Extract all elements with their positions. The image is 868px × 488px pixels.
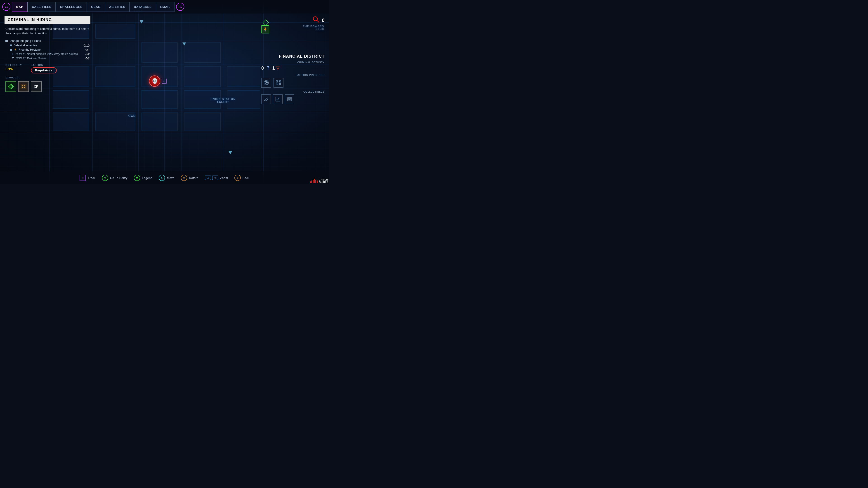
l1-trigger[interactable]: L1 xyxy=(2,3,10,11)
ca-exclaim: 1 ▽ xyxy=(272,66,279,71)
main-objective: Disrupt the gang's plans xyxy=(5,39,90,42)
ca-exclaim-icon: ▽ xyxy=(276,66,279,70)
track-label: Track xyxy=(88,176,96,180)
svg-rect-18 xyxy=(280,83,281,84)
faction-presence-icons xyxy=(261,78,324,88)
collectibles-icons xyxy=(261,94,324,104)
zoom-buttons: L2 R2 xyxy=(205,175,218,180)
difficulty-label: DIFFICULTY xyxy=(5,64,22,66)
tab-email-label: EMAIL xyxy=(160,5,170,8)
bar-4 xyxy=(314,179,315,183)
nav-marker-3 xyxy=(228,151,232,154)
bonus1-bullet xyxy=(12,53,14,55)
activity-panel: CRIMINAL IN HIDING Criminals are prepari… xyxy=(4,16,90,92)
right-stick-button: R xyxy=(181,175,187,181)
sub-objective-1: Defeat all enemies 0/10 xyxy=(10,44,90,47)
sub-objective-2: 🏃 Free the Hostage 0/1 xyxy=(10,48,90,52)
collectible-icon-1 xyxy=(261,94,271,104)
bonus2-bullet xyxy=(12,57,14,59)
union-station-label: UNION STATIONBELFRY xyxy=(211,98,236,103)
search-area: 0 xyxy=(261,16,324,25)
faction-badge: Regulators xyxy=(31,67,57,73)
tab-challenges[interactable]: CHALLENGES xyxy=(56,2,87,12)
action-back[interactable]: ⊙ Back xyxy=(235,175,250,181)
legend-button: ✱ xyxy=(134,175,140,181)
svg-line-8 xyxy=(317,20,319,22)
tab-database-label: DATABASE xyxy=(134,5,151,8)
tab-gear-label: GEAR xyxy=(91,5,101,8)
bonus2-count: 0/3 xyxy=(86,57,90,60)
action-legend[interactable]: ✱ Legend xyxy=(134,175,152,181)
tab-email[interactable]: EMAIL xyxy=(156,2,175,12)
left-stick-button: L xyxy=(159,175,165,181)
reward-xp-icon: XP xyxy=(31,81,41,92)
svg-point-24 xyxy=(289,99,290,100)
bar-5 xyxy=(315,180,316,183)
r3-button: R3 xyxy=(102,175,108,181)
bonus-objective-2: BONUS: Perform Throws 0/3 xyxy=(12,57,90,60)
bonus1-label: BONUS: Defeat enemies with Heavy Melee A… xyxy=(16,53,78,56)
search-count: 0 xyxy=(322,18,324,23)
search-icon[interactable] xyxy=(312,16,320,25)
action-go-to-belfry[interactable]: R3 Go To Belfry xyxy=(102,175,127,181)
district-name: FINANCIAL DISTRICT xyxy=(261,54,324,59)
l2-button: L2 xyxy=(205,175,211,180)
square-button: □ xyxy=(80,175,86,181)
belfry-label: Go To Belfry xyxy=(110,176,127,180)
svg-rect-2 xyxy=(21,84,26,89)
bar-1 xyxy=(310,182,311,183)
faction-block: FACTION Regulators xyxy=(31,64,57,73)
bonus-objective-1: BONUS: Defeat enemies with Heavy Melee A… xyxy=(12,53,90,56)
collectibles-label: Collectibles xyxy=(261,90,324,93)
hostage-icon: 🏃 xyxy=(13,48,17,51)
svg-rect-16 xyxy=(277,84,278,85)
back-label: Back xyxy=(243,176,250,180)
action-rotate[interactable]: R Rotate xyxy=(181,175,198,181)
reward-money-icon xyxy=(5,81,16,92)
tab-map[interactable]: MAP xyxy=(12,2,28,12)
player-skull-icon: 💀 xyxy=(149,75,160,87)
ca-zero: 0 xyxy=(261,66,264,71)
ca-count: 0 xyxy=(261,66,264,71)
faction-presence-label: Faction Presence xyxy=(261,74,324,76)
tab-challenges-label: CHALLENGES xyxy=(60,5,83,8)
svg-rect-5 xyxy=(22,87,23,88)
criminal-activity-row: 0 ? 1 ▽ xyxy=(261,65,324,71)
svg-rect-6 xyxy=(24,87,25,88)
sub1-label: Defeat all enemies xyxy=(13,44,37,47)
bonus2-label: BONUS: Perform Throws xyxy=(16,57,46,60)
zoom-label: Zoom xyxy=(220,176,228,180)
main-obj-label: Disrupt the gang's plans xyxy=(9,39,41,42)
svg-rect-20 xyxy=(280,84,281,85)
tab-abilities[interactable]: ABILITIES xyxy=(105,2,130,12)
bar-2 xyxy=(311,181,312,183)
svg-rect-17 xyxy=(279,83,280,84)
criminal-activity-label: Criminal Activity xyxy=(261,61,324,64)
action-move[interactable]: L Move xyxy=(159,175,175,181)
ca-exclaim-count: 1 xyxy=(272,66,275,71)
rewards-label: Rewards xyxy=(5,76,90,79)
svg-rect-4 xyxy=(24,85,25,86)
ca-question: ? xyxy=(267,65,270,71)
tab-case-files-label: CASE FILES xyxy=(32,5,52,8)
r1-trigger[interactable]: R1 xyxy=(176,3,184,11)
rewards-icons: XP xyxy=(5,81,90,92)
action-zoom[interactable]: L2 R2 Zoom xyxy=(205,175,228,180)
watermark-text: GAMER GUIDES xyxy=(319,178,328,184)
objectives-list: Disrupt the gang's plans Defeat all enem… xyxy=(4,39,90,60)
gcn-label: GCN xyxy=(128,114,136,118)
tab-gear[interactable]: GEAR xyxy=(87,2,105,12)
action-track[interactable]: □ Track xyxy=(80,175,96,181)
right-panel: 0 FINANCIAL DISTRICT Criminal Activity 0… xyxy=(261,16,324,104)
svg-rect-21 xyxy=(276,97,280,101)
bar-3 xyxy=(313,180,313,183)
collectible-icon-3 xyxy=(285,94,294,104)
main-obj-bullet xyxy=(5,40,8,42)
tab-database[interactable]: DATABASE xyxy=(129,2,156,12)
watermark-bars-icon xyxy=(310,179,318,183)
tab-case-files[interactable]: CASE FILES xyxy=(28,2,56,12)
navigation-bar: L1 MAP CASE FILES CHALLENGES GEAR ABILIT… xyxy=(0,0,329,13)
tab-abilities-label: ABILITIES xyxy=(109,5,125,8)
district-panel: FINANCIAL DISTRICT Criminal Activity 0 ?… xyxy=(261,54,324,104)
collectible-icon-2 xyxy=(273,94,283,104)
